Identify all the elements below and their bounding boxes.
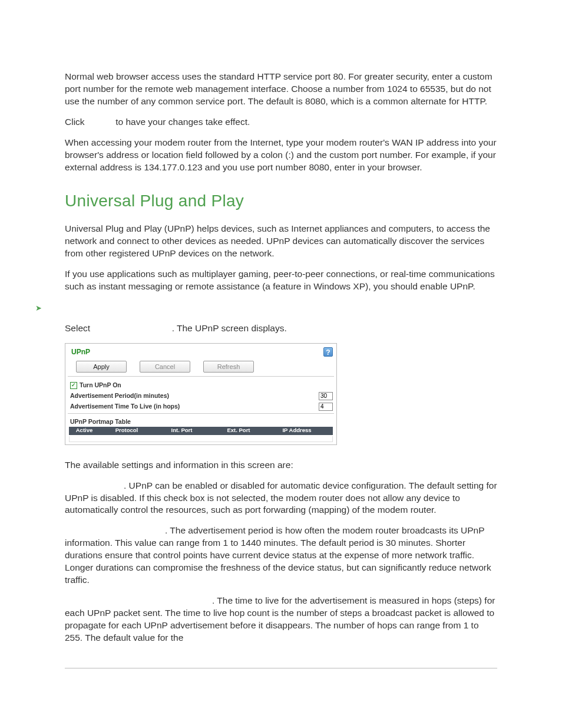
upnp-config-panel: UPnP ? Apply Cancel Refresh ✓ Turn UPnP … (65, 343, 337, 444)
panel-title: UPnP (71, 347, 90, 357)
procedure-bullet: ➤ (35, 301, 497, 314)
section-title-upnp: Universal Plug and Play (65, 190, 497, 212)
intro-paragraph-3: When accessing your modem router from th… (65, 137, 497, 174)
turn-upnp-on-description: . UPnP can be enabled or disabled for au… (65, 480, 497, 517)
upnp-intro-paragraph-2: If you use applications such as multipla… (65, 268, 497, 293)
available-settings-line: The available settings and information i… (65, 459, 497, 472)
adv-ttl-label: Advertisement Time To Live (in hops) (70, 402, 180, 410)
col-protocol: Protocol (100, 427, 154, 434)
col-active: Active (69, 427, 100, 434)
apply-button[interactable]: Apply (76, 361, 127, 373)
click-suffix: to have your changes take effect. (115, 117, 250, 127)
adv-period-description: . The advertisement period is how often … (65, 525, 497, 587)
portmap-table-body-empty (69, 436, 333, 442)
refresh-button[interactable]: Refresh (203, 361, 254, 373)
adv-ttl-input[interactable] (319, 403, 333, 411)
col-ip-address: IP Address (267, 427, 326, 434)
help-icon[interactable]: ? (323, 347, 333, 357)
click-prefix: Click (65, 117, 87, 127)
step-select-suffix: . The UPnP screen displays. (172, 323, 287, 333)
col-int-port: Int. Port (154, 427, 210, 434)
adv-period-label: Advertisement Period(in minutes) (70, 391, 169, 400)
turn-upnp-on-label: Turn UPnP On (80, 381, 121, 389)
arrow-icon: ➤ (35, 303, 42, 314)
step-select-line: Select . The UPnP screen displays. (65, 322, 497, 335)
adv-period-input[interactable] (319, 392, 333, 400)
cancel-button[interactable]: Cancel (140, 361, 190, 373)
col-ext-port: Ext. Port (210, 427, 267, 434)
intro-paragraph-1: Normal web browser access uses the stand… (65, 71, 497, 108)
turn-upnp-on-checkbox[interactable]: ✓ (70, 382, 77, 389)
portmap-table-title: UPnP Portmap Table (65, 414, 336, 427)
intro-paragraph-2: Click to have your changes take effect. (65, 116, 497, 129)
adv-ttl-description: . The time to live for the advertisement… (65, 595, 497, 644)
portmap-table-header: Active Protocol Int. Port Ext. Port IP A… (69, 427, 333, 435)
upnp-intro-paragraph-1: Universal Plug and Play (UPnP) helps dev… (65, 223, 497, 260)
page-footer-rule (65, 668, 497, 668)
step-select-prefix: Select (65, 323, 92, 333)
